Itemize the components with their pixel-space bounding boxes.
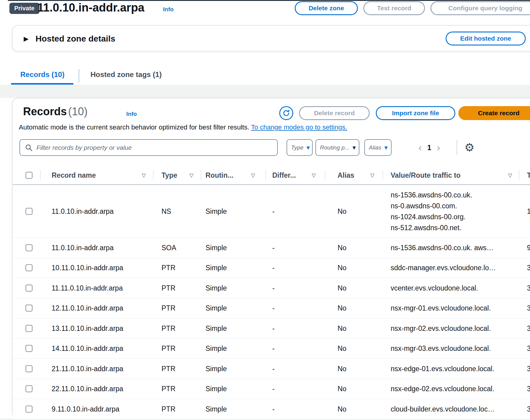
hosted-zone-details-heading[interactable]: Hosted zone details (36, 34, 115, 44)
cell-differentiator: - (272, 244, 275, 252)
row-checkbox[interactable] (25, 365, 32, 372)
select-all-checkbox[interactable] (25, 172, 32, 179)
cell-value: nsx-edge-02.evs.vcloudone.local. (391, 385, 494, 393)
expander-triangle-icon[interactable]: ▶ (24, 35, 29, 42)
sort-icon[interactable]: ▽ (189, 172, 193, 178)
filter-search-box (19, 139, 278, 156)
tab-hosted-zone-tags[interactable]: Hosted zone tags (1) (90, 70, 162, 79)
sort-icon[interactable]: ▽ (370, 172, 374, 178)
table-row[interactable]: 11.0.10.in-addr.arpa SOA Simple - No ns-… (13, 238, 530, 258)
page-title-info-link[interactable]: Info (163, 6, 174, 13)
records-count: (10) (68, 105, 88, 118)
column-header-ttl[interactable]: T (527, 171, 530, 179)
cell-record-name: 21.11.0.10.in-addr.arpa (52, 365, 123, 373)
pagination: ‹ 1 › (418, 139, 441, 156)
table-header: Record name ▽ Type ▽ Routin... ▽ Differ.… (13, 166, 530, 185)
cell-differentiator: - (272, 385, 275, 393)
cell-ttl: 9 (527, 244, 530, 252)
change-modes-settings-link[interactable]: To change modes go to settings. (251, 123, 347, 131)
column-divider (325, 170, 325, 180)
private-badge: Private (9, 3, 39, 14)
cell-routing: Simple (206, 385, 227, 393)
row-checkbox[interactable] (25, 264, 32, 271)
cell-record-name: 13.11.0.10.in-addr.arpa (52, 324, 123, 332)
tab-records[interactable]: Records (10) (20, 70, 64, 79)
cell-record-name: 10.11.0.10.in-addr.arpa (52, 264, 123, 272)
next-page-icon[interactable]: › (437, 143, 441, 153)
sort-icon[interactable]: ▽ (142, 172, 146, 178)
value-line: ns-1536.awsdns-00.co.uk. (391, 190, 472, 200)
refresh-button[interactable] (279, 106, 293, 120)
cell-ttl: 3 (527, 324, 530, 332)
delete-record-button[interactable]: Delete record (299, 106, 370, 120)
previous-page-icon[interactable]: ‹ (418, 143, 422, 153)
row-checkbox[interactable] (25, 208, 32, 215)
cell-routing: Simple (206, 244, 227, 252)
type-filter-dropdown[interactable]: Type ▼ (287, 139, 313, 156)
edit-hosted-zone-button[interactable]: Edit hosted zone (446, 32, 526, 45)
cell-ttl: 3 (527, 304, 530, 312)
cell-record-name: 9.11.0.10.in-addr.arpa (52, 405, 119, 413)
cell-differentiator: - (272, 304, 275, 312)
column-header-differentiator[interactable]: Differ... (272, 171, 296, 179)
table-row[interactable]: 21.11.0.10.in-addr.arpa PTR Simple - No … (13, 359, 530, 379)
gear-icon[interactable]: ⚙ (464, 141, 474, 154)
column-header-type[interactable]: Type (161, 171, 177, 179)
table-row[interactable]: 14.11.0.10.in-addr.arpa PTR Simple - No … (13, 339, 530, 359)
sort-icon[interactable]: ▽ (251, 172, 255, 178)
test-record-button[interactable]: Test record (363, 1, 425, 15)
cell-ttl: 3 (527, 385, 530, 393)
column-header-alias[interactable]: Alias (338, 171, 354, 179)
row-checkbox[interactable] (25, 345, 32, 352)
records-info-link[interactable]: Info (126, 111, 137, 117)
create-record-button[interactable]: Create record (458, 106, 530, 120)
current-page-number[interactable]: 1 (422, 143, 437, 152)
alias-filter-dropdown[interactable]: Alias ▼ (364, 139, 392, 156)
column-divider (519, 170, 519, 180)
delete-zone-button[interactable]: Delete zone (295, 1, 358, 15)
chevron-down-icon: ▼ (384, 145, 388, 150)
row-checkbox[interactable] (25, 385, 32, 392)
import-zone-file-button[interactable]: Import zone file (376, 106, 455, 120)
cell-alias: No (338, 344, 346, 353)
table-row[interactable]: 22.11.0.10.in-addr.arpa PTR Simple - No … (13, 379, 530, 399)
cell-type: PTR (161, 405, 175, 413)
cell-type: PTR (161, 344, 175, 353)
cell-routing: Simple (206, 207, 227, 215)
table-row[interactable]: 9.11.0.10.in-addr.arpa PTR Simple - No c… (13, 399, 530, 419)
configure-query-logging-button[interactable]: Configure query logging (430, 1, 530, 15)
sort-icon[interactable]: ▽ (312, 172, 316, 178)
filter-records-input[interactable] (36, 144, 272, 151)
cell-routing: Simple (206, 324, 227, 332)
row-checkbox[interactable] (25, 325, 32, 332)
routing-policy-filter-dropdown[interactable]: Routing p... ▼ (315, 139, 359, 156)
type-filter-label: Type (291, 144, 304, 151)
cell-type: PTR (161, 385, 175, 393)
column-header-value[interactable]: Value/Route traffic to (391, 171, 460, 179)
cell-differentiator: - (272, 344, 275, 353)
table-row[interactable]: 11.11.0.10.in-addr.arpa PTR Simple - No … (13, 278, 530, 298)
cell-type: PTR (161, 284, 175, 292)
column-divider (40, 170, 41, 180)
row-checkbox[interactable] (25, 244, 32, 251)
sort-icon[interactable]: ▽ (508, 172, 512, 178)
row-checkbox[interactable] (25, 284, 32, 291)
column-header-routing[interactable]: Routin... (206, 171, 233, 179)
column-header-record-name[interactable]: Record name (52, 171, 96, 179)
cell-record-name: 11.11.0.10.in-addr.arpa (52, 284, 123, 292)
table-row[interactable]: 13.11.0.10.in-addr.arpa PTR Simple - No … (13, 318, 530, 339)
table-row[interactable]: 10.11.0.10.in-addr.arpa PTR Simple - No … (13, 258, 530, 278)
cell-value: cloud-builder.evs.vcloudone.loc… (391, 405, 495, 413)
row-checkbox[interactable] (25, 405, 32, 412)
records-heading: Records (10) (23, 105, 88, 118)
table-row[interactable]: 11.0.10.in-addr.arpa NS Simple - No ns-1… (13, 185, 530, 238)
cell-ttl: 3 (527, 365, 530, 373)
cell-alias: No (338, 244, 346, 252)
value-line: ns-0.awsdns-00.com. (391, 200, 472, 211)
cell-routing: Simple (206, 344, 227, 353)
active-tab-underline (11, 83, 73, 85)
search-mode-description: Automatic mode is the current search beh… (19, 123, 347, 131)
cell-differentiator: - (272, 284, 275, 292)
table-row[interactable]: 12.11.0.10.in-addr.arpa PTR Simple - No … (13, 298, 530, 319)
row-checkbox[interactable] (25, 305, 32, 312)
